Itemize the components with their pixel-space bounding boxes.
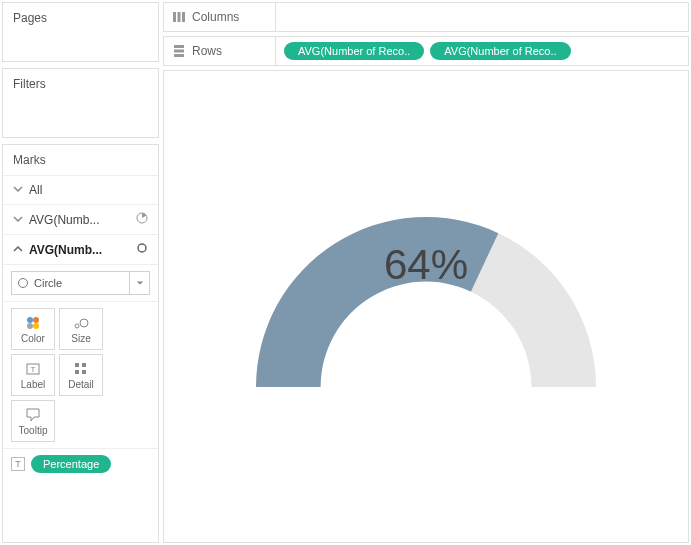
right-column: Columns Rows AVG(Number of Reco.. AVG(Nu…	[161, 0, 691, 545]
svg-rect-19	[174, 54, 184, 57]
svg-text:T: T	[31, 365, 36, 374]
columns-icon	[172, 10, 186, 24]
viz-canvas[interactable]: 64%	[163, 70, 689, 543]
label-card-label: Label	[21, 379, 45, 390]
marktype-caret[interactable]	[130, 271, 150, 295]
label-card[interactable]: T Label	[11, 354, 55, 396]
svg-point-2	[27, 317, 33, 323]
svg-point-5	[33, 323, 39, 329]
marks-layer-all[interactable]: All	[3, 176, 158, 205]
svg-rect-10	[75, 363, 79, 367]
rows-shelf-label: Rows	[164, 37, 276, 65]
color-icon	[25, 315, 41, 331]
svg-rect-13	[82, 370, 86, 374]
marks-card: Marks All AVG(Numb...	[2, 144, 159, 543]
detail-card-label: Detail	[68, 379, 94, 390]
detail-icon	[73, 361, 89, 377]
svg-rect-14	[173, 12, 176, 22]
marks-layer-all-label: All	[29, 183, 148, 197]
gauge-chart: 64%	[164, 71, 688, 542]
svg-point-3	[33, 317, 39, 323]
color-card-label: Color	[21, 333, 45, 344]
chevron-down-icon	[13, 183, 29, 197]
marktype-row: Circle	[3, 265, 158, 302]
rows-shelf-body[interactable]: AVG(Number of Reco.. AVG(Number of Reco.…	[276, 37, 688, 65]
app-root: Pages Filters Marks All AVG(Numb...	[0, 0, 691, 545]
chevron-up-icon	[13, 243, 29, 257]
rows-shelf[interactable]: Rows AVG(Number of Reco.. AVG(Number of …	[163, 36, 689, 66]
left-column: Pages Filters Marks All AVG(Numb...	[0, 0, 161, 545]
filters-title: Filters	[3, 69, 158, 99]
gauge-svg	[236, 177, 616, 437]
color-card[interactable]: Color	[11, 308, 55, 350]
pages-title: Pages	[3, 3, 158, 33]
size-card-label: Size	[71, 333, 90, 344]
detail-card[interactable]: Detail	[59, 354, 103, 396]
rows-icon	[172, 44, 186, 58]
svg-point-6	[75, 324, 79, 328]
pages-shelf[interactable]: Pages	[2, 2, 159, 62]
percentage-pill[interactable]: Percentage	[31, 455, 111, 473]
gauge-value-label: 64%	[164, 241, 688, 289]
rows-shelf-text: Rows	[192, 44, 222, 58]
size-icon	[73, 315, 89, 331]
marks-layer-2[interactable]: AVG(Numb...	[3, 235, 158, 265]
tooltip-card-label: Tooltip	[19, 425, 48, 436]
svg-point-7	[80, 319, 88, 327]
marks-card-grid: Color Size T Label	[3, 302, 158, 449]
label-encoding-icon[interactable]: T	[11, 457, 25, 471]
caret-down-icon	[136, 279, 144, 287]
row-pill-2[interactable]: AVG(Number of Reco..	[430, 42, 570, 60]
size-card[interactable]: Size	[59, 308, 103, 350]
row-pill-1[interactable]: AVG(Number of Reco..	[284, 42, 424, 60]
svg-rect-15	[178, 12, 181, 22]
columns-shelf-label: Columns	[164, 3, 276, 31]
tooltip-card[interactable]: Tooltip	[11, 400, 55, 442]
marks-title: Marks	[3, 145, 158, 176]
svg-point-4	[27, 323, 33, 329]
marks-layer-2-label: AVG(Numb...	[29, 243, 130, 257]
svg-rect-16	[182, 12, 185, 22]
marks-pill-row: T Percentage	[3, 449, 158, 479]
chevron-down-icon	[13, 213, 29, 227]
label-icon: T	[25, 361, 41, 377]
filters-shelf[interactable]: Filters	[2, 68, 159, 138]
marktype-label: Circle	[34, 277, 62, 289]
columns-shelf[interactable]: Columns	[163, 2, 689, 32]
circle-icon	[18, 278, 28, 288]
svg-point-1	[138, 244, 146, 252]
svg-rect-12	[75, 370, 79, 374]
columns-shelf-text: Columns	[192, 10, 239, 24]
svg-rect-11	[82, 363, 86, 367]
circle-icon	[136, 242, 148, 257]
columns-shelf-body[interactable]	[276, 3, 688, 31]
tooltip-icon	[25, 407, 41, 423]
marks-layer-1-label: AVG(Numb...	[29, 213, 130, 227]
svg-rect-17	[174, 45, 184, 48]
pie-icon	[136, 212, 148, 227]
marks-layer-1[interactable]: AVG(Numb...	[3, 205, 158, 235]
svg-rect-18	[174, 50, 184, 53]
marktype-dropdown[interactable]: Circle	[11, 271, 130, 295]
